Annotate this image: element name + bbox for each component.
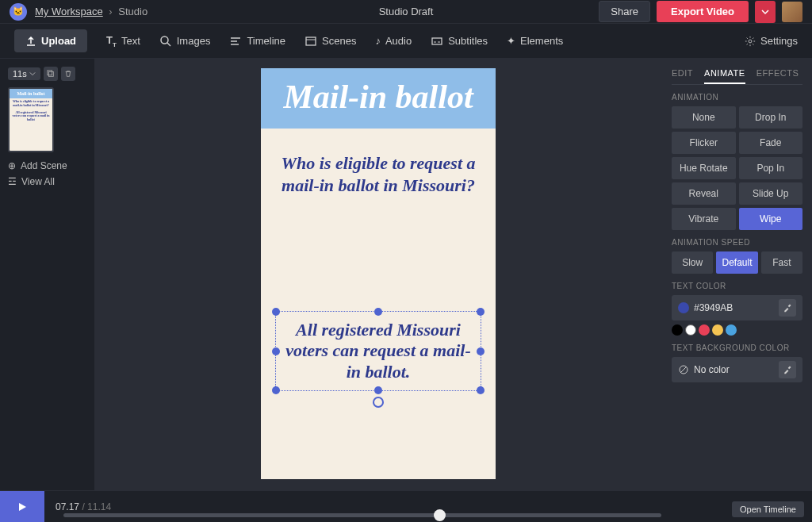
- upload-label: Upload: [41, 35, 76, 47]
- resize-handle-tc[interactable]: [374, 308, 382, 316]
- upload-button[interactable]: Upload: [14, 29, 87, 52]
- animation-option-drop-in[interactable]: Drop In: [739, 106, 803, 129]
- animation-option-wipe[interactable]: Wipe: [739, 208, 803, 230]
- resize-handle-bl[interactable]: [272, 386, 280, 394]
- progress-thumb[interactable]: [434, 509, 446, 521]
- audio-icon: ♪: [375, 35, 381, 47]
- toolbar-images[interactable]: Images: [159, 35, 211, 48]
- share-button[interactable]: Share: [599, 1, 650, 22]
- timeline-bar: 07.17 / 11.14 Open Timeline: [0, 490, 812, 522]
- export-video-button[interactable]: Export Video: [657, 1, 749, 22]
- text-color-row[interactable]: #3949AB: [672, 295, 802, 320]
- tab-effects[interactable]: EFFECTS: [756, 65, 799, 84]
- animation-option-reveal[interactable]: Reveal: [672, 182, 736, 205]
- eyedropper-button[interactable]: [779, 299, 796, 317]
- play-button[interactable]: [0, 491, 44, 523]
- add-scene-button[interactable]: ⊕ Add Scene: [8, 160, 86, 171]
- animation-grid: NoneDrop InFlickerFadeHue RotatePop InRe…: [672, 106, 802, 230]
- main-toolbar: Upload TT Text Images Timeline Scenes ♪ …: [0, 24, 812, 59]
- no-color-icon: [678, 364, 689, 375]
- resize-handle-tr[interactable]: [477, 308, 485, 316]
- canvas[interactable]: Mail-in ballot Who is eligible to reques…: [261, 68, 496, 479]
- bg-color-label: TEXT BACKGROUND COLOR: [672, 344, 802, 352]
- settings-button[interactable]: Settings: [745, 35, 798, 47]
- canvas-question-element[interactable]: Who is eligible to request a mail-in bal…: [261, 129, 496, 204]
- text-color-label: TEXT COLOR: [672, 282, 802, 290]
- resize-handle-mr[interactable]: [477, 347, 485, 355]
- plus-icon: ⊕: [8, 160, 16, 171]
- color-swatch[interactable]: [712, 324, 723, 336]
- toolbar-audio-label: Audio: [385, 35, 412, 47]
- copy-icon: [47, 70, 55, 78]
- toolbar-scenes-label: Scenes: [322, 35, 356, 47]
- add-scene-label: Add Scene: [21, 160, 67, 171]
- speed-option-slow[interactable]: Slow: [672, 251, 713, 274]
- app-logo[interactable]: 🐱: [10, 3, 27, 21]
- resize-handle-bc[interactable]: [374, 386, 382, 394]
- eyedropper-icon: [783, 303, 792, 313]
- color-swatch[interactable]: [699, 324, 710, 336]
- color-swatch[interactable]: [726, 324, 737, 336]
- open-timeline-button[interactable]: Open Timeline: [732, 501, 804, 517]
- tab-edit[interactable]: EDIT: [672, 65, 693, 84]
- thumb-title: Mail-in ballot: [10, 89, 52, 98]
- project-name[interactable]: Studio Draft: [379, 6, 434, 17]
- settings-label: Settings: [760, 35, 798, 47]
- trash-icon: [64, 70, 72, 78]
- speed-option-default[interactable]: Default: [716, 251, 757, 274]
- speed-row: SlowDefaultFast: [672, 251, 802, 274]
- upload-icon: [25, 36, 36, 47]
- color-swatch[interactable]: [672, 324, 683, 336]
- bg-eyedropper-button[interactable]: [779, 361, 796, 378]
- canvas-title-element[interactable]: Mail-in ballot: [261, 68, 496, 129]
- breadcrumb-sep: ›: [109, 6, 112, 17]
- animation-option-none[interactable]: None: [672, 106, 736, 129]
- bg-color-row[interactable]: No color: [672, 357, 802, 382]
- workspace-link[interactable]: My Workspace: [35, 6, 103, 17]
- selected-text-element[interactable]: All registered Missouri voters can reque…: [275, 311, 481, 391]
- color-swatch[interactable]: [685, 324, 696, 336]
- timeline-icon: [229, 35, 242, 48]
- rotate-handle[interactable]: [373, 397, 384, 408]
- speed-section-label: ANIMATION SPEED: [672, 238, 802, 247]
- animation-option-hue-rotate[interactable]: Hue Rotate: [672, 157, 736, 179]
- tab-animate[interactable]: ANIMATE: [704, 65, 745, 84]
- resize-handle-ml[interactable]: [272, 347, 280, 355]
- canvas-answer-text[interactable]: All registered Missouri voters can reque…: [282, 320, 474, 382]
- list-icon: ☲: [8, 176, 17, 187]
- resize-handle-tl[interactable]: [272, 308, 280, 316]
- duplicate-scene-button[interactable]: [44, 67, 58, 81]
- animation-option-pop-in[interactable]: Pop In: [739, 157, 803, 179]
- thumb-answer: All registered Missouri voters can reque…: [10, 109, 52, 124]
- toolbar-text[interactable]: TT Text: [106, 34, 140, 48]
- toolbar-timeline[interactable]: Timeline: [229, 35, 285, 48]
- animation-option-flicker[interactable]: Flicker: [672, 132, 736, 154]
- progress-track[interactable]: [63, 513, 661, 517]
- topbar: 🐱 My Workspace › Studio Studio Draft Sha…: [0, 0, 812, 24]
- toolbar-subtitles[interactable]: Subtitles: [431, 35, 488, 48]
- scene-duration[interactable]: 11s: [8, 67, 40, 80]
- delete-scene-button[interactable]: [61, 67, 75, 81]
- svg-rect-2: [432, 38, 442, 44]
- text-color-swatch: [678, 302, 689, 313]
- resize-handle-br[interactable]: [477, 386, 485, 394]
- canvas-area[interactable]: Mail-in ballot Who is eligible to reques…: [95, 59, 661, 490]
- no-color-label: No color: [694, 364, 730, 375]
- export-caret-button[interactable]: [755, 1, 776, 23]
- animation-option-vibrate[interactable]: Vibrate: [672, 208, 736, 230]
- user-avatar[interactable]: [782, 2, 802, 22]
- animation-section-label: ANIMATION: [672, 93, 802, 102]
- animation-option-fade[interactable]: Fade: [739, 132, 803, 154]
- toolbar-audio[interactable]: ♪ Audio: [375, 35, 412, 47]
- toolbar-images-label: Images: [177, 35, 211, 47]
- animation-option-slide-up[interactable]: Slide Up: [739, 182, 803, 205]
- scene-thumbnail[interactable]: Mail-in ballot Who is eligible to reques…: [8, 87, 54, 152]
- view-all-label: View All: [21, 176, 55, 187]
- current-time: 07.17: [56, 501, 79, 512]
- duration-value: 11s: [13, 69, 27, 79]
- toolbar-scenes[interactable]: Scenes: [304, 35, 356, 48]
- view-all-button[interactable]: ☲ View All: [8, 176, 86, 187]
- toolbar-elements[interactable]: ✦ Elements: [507, 35, 563, 47]
- color-swatches: [672, 324, 802, 336]
- speed-option-fast[interactable]: Fast: [761, 251, 802, 274]
